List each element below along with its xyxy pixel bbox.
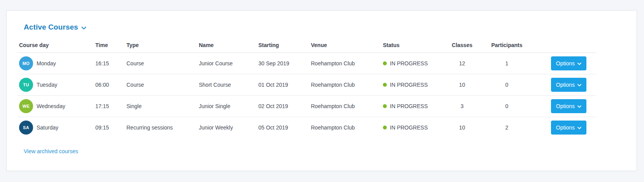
cell-time: 16:15 [94,52,125,74]
cell-starting: 02 Oct 2019 [257,95,309,117]
status-dot-icon [383,126,387,130]
header-type: Type [125,38,197,52]
table-row: SA Saturday 09:15 Recurring sessions Jun… [18,117,596,138]
header-course-day: Course day [18,38,94,52]
header-starting: Starting [257,38,309,52]
header-name: Name [197,38,257,52]
day-badge: TU [19,78,33,92]
cell-venue: Roehampton Club [309,52,381,74]
header-status: Status [381,38,444,52]
cell-classes: 10 [444,74,481,95]
options-button[interactable]: Options [551,121,586,135]
day-abbr: WE [23,104,30,108]
cell-type: Recurring sessions [125,117,197,138]
status-label: IN PROGRESS [390,60,428,66]
options-button-label: Options [556,124,575,131]
options-button[interactable]: Options [551,56,586,70]
table-header-row: Course day Time Type Name Starting Venue… [18,38,596,52]
table-row: WE Wednesday 17:15 Single Junior Single … [18,95,596,117]
status-dot-icon [383,83,387,87]
cell-status: IN PROGRESS [381,117,444,138]
cell-time: 09:15 [94,117,125,138]
options-button[interactable]: Options [551,99,586,113]
cell-course-day: TU Tuesday [18,74,94,95]
chevron-down-icon [577,127,581,129]
cell-participants: 1 [481,52,533,74]
cell-venue: Roehampton Club [309,95,381,117]
cell-type: Single [125,95,197,117]
header-time: Time [94,38,125,52]
day-badge: SA [19,121,33,135]
cell-venue: Roehampton Club [309,74,381,95]
cell-name: Junior Course [197,52,257,74]
cell-course-day: WE Wednesday [18,95,94,117]
options-button-label: Options [556,60,575,66]
active-courses-table: Course day Time Type Name Starting Venue… [18,38,596,138]
cell-starting: 30 Sep 2019 [257,52,309,74]
day-badge: MO [19,56,33,70]
options-button[interactable]: Options [551,78,586,92]
cell-name: Short Course [197,74,257,95]
day-abbr: SA [23,125,29,130]
cell-status: IN PROGRESS [381,52,444,74]
day-label: Saturday [37,124,58,131]
cell-course-day: SA Saturday [18,117,94,138]
cell-options: Options [533,117,596,138]
cell-name: Junior Single [197,95,257,117]
day-abbr: TU [23,82,29,87]
cell-status: IN PROGRESS [381,74,444,95]
header-options-spacer [533,38,596,52]
day-label: Monday [37,60,56,66]
page: { "card": { "title": "Active Courses", "… [0,0,644,182]
page-title: Active Courses [24,23,78,32]
options-button-label: Options [556,82,575,88]
day-label: Tuesday [37,82,57,88]
cell-options: Options [533,95,596,117]
cell-classes: 3 [444,95,481,117]
cell-time: 17:15 [94,95,125,117]
header-classes: Classes [444,38,481,52]
chevron-down-icon [577,84,581,86]
cell-course-day: MO Monday [18,52,94,74]
cell-classes: 10 [444,117,481,138]
cell-starting: 05 Oct 2019 [257,117,309,138]
cell-participants: 2 [481,117,533,138]
table-row: MO Monday 16:15 Course Junior Course 30 … [18,52,596,74]
status-dot-icon [383,104,387,108]
cell-participants: 0 [481,74,533,95]
chevron-down-icon [81,26,86,30]
cell-participants: 0 [481,95,533,117]
cell-name: Junior Weekly [197,117,257,138]
status-label: IN PROGRESS [390,124,428,131]
view-archived-courses-link[interactable]: View archived courses [24,148,78,154]
cell-type: Course [125,52,197,74]
cell-status: IN PROGRESS [381,95,444,117]
cell-time: 06:00 [94,74,125,95]
status-label: IN PROGRESS [390,103,428,109]
header-venue: Venue [309,38,381,52]
cell-classes: 12 [444,52,481,74]
cell-starting: 01 Oct 2019 [257,74,309,95]
day-badge: WE [19,99,33,113]
day-label: Wednesday [37,103,65,109]
table-body: MO Monday 16:15 Course Junior Course 30 … [18,52,596,138]
chevron-down-icon [577,63,581,65]
header-participants: Participants [481,38,533,52]
options-button-label: Options [556,103,575,109]
active-courses-toggle[interactable]: Active Courses [24,22,637,32]
table-row: TU Tuesday 06:00 Course Short Course 01 … [18,74,596,95]
cell-options: Options [533,52,596,74]
chevron-down-icon [577,105,581,108]
cell-options: Options [533,74,596,95]
status-dot-icon [383,61,387,65]
status-label: IN PROGRESS [390,82,428,88]
day-abbr: MO [23,61,30,66]
cell-type: Course [125,74,197,95]
active-courses-card: Active Courses Course day Time Type Name… [6,10,637,171]
cell-venue: Roehampton Club [309,117,381,138]
